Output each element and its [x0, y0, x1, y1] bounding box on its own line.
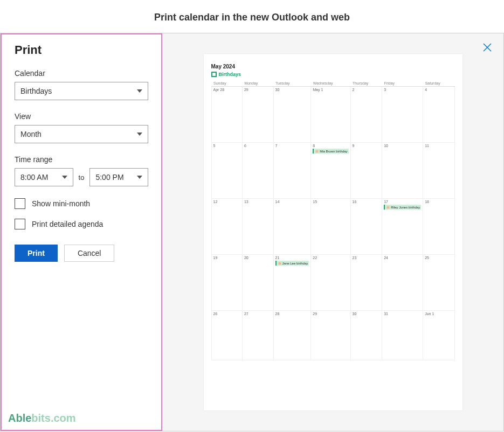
calendar-cell: 3 — [382, 87, 423, 143]
time-to-value: 5:00 PM — [95, 173, 123, 182]
preview-calendar-name: Birthdays — [219, 72, 241, 77]
mini-month-label: Show mini-month — [32, 199, 90, 208]
view-field: View Month — [15, 112, 148, 143]
calendar-cell: 29 — [311, 311, 350, 360]
birthday-event: 🎂Jane Lee birthday — [275, 261, 309, 266]
button-row: Print Cancel — [15, 245, 148, 262]
day-header: Sunday — [211, 80, 242, 87]
print-button[interactable]: Print — [15, 245, 58, 262]
calendar-cell: 30 — [273, 87, 311, 143]
event-label: Riley Jones birthday — [391, 206, 420, 209]
chevron-down-icon — [137, 133, 142, 136]
chevron-down-icon — [137, 89, 142, 93]
detailed-agenda-checkbox[interactable] — [15, 219, 25, 229]
calendar-cell: 22 — [311, 255, 350, 311]
day-header: Monday — [242, 80, 273, 87]
calendar-cell: 24 — [382, 255, 423, 311]
calendar-select-value: Birthdays — [20, 87, 52, 95]
time-to-word: to — [79, 173, 85, 182]
birthday-event: 🎂Mia Brown birthday — [313, 149, 348, 154]
day-header: Friday — [382, 80, 423, 87]
calendar-cell: 17🎂Riley Jones birthday — [382, 199, 423, 255]
day-header: Wednesday — [311, 80, 350, 87]
calendar-cell: 6 — [242, 143, 273, 199]
calendar-cell: 16 — [350, 199, 382, 255]
detailed-agenda-row: Print detailed agenda — [15, 219, 148, 229]
calendar-cell: May 1 — [311, 87, 350, 143]
calendar-cell: 25 — [423, 255, 454, 311]
time-to-select[interactable]: 5:00 PM — [89, 168, 148, 186]
calendar-cell: 4 — [423, 87, 454, 143]
time-from-select[interactable]: 8:00 AM — [15, 168, 73, 186]
mini-month-row: Show mini-month — [15, 198, 148, 209]
detailed-agenda-label: Print detailed agenda — [32, 220, 103, 228]
calendar-cell: 5 — [211, 143, 242, 199]
calendar-cell: Jun 1 — [423, 311, 454, 360]
calendar-cell: 30 — [350, 311, 382, 360]
preview-calendar-row: Birthdays — [211, 72, 455, 77]
cancel-button[interactable]: Cancel — [64, 245, 115, 262]
calendar-cell: 9 — [350, 143, 382, 199]
calendar-cell: 20 — [242, 255, 273, 311]
calendar-cell: 28 — [273, 311, 311, 360]
calendar-preview-page: May 2024 Birthdays SundayMondayTuesdayWe… — [204, 54, 462, 410]
time-range-field: Time range 8:00 AM to 5:00 PM — [15, 155, 148, 186]
content-row: Print Calendar Birthdays View Month Time… — [0, 33, 504, 431]
time-range-label: Time range — [15, 155, 148, 164]
calendar-icon — [211, 72, 217, 77]
calendar-cell: 29 — [242, 87, 273, 143]
ablebits-logo: Ablebits.com — [8, 412, 76, 424]
day-header: Tuesday — [273, 80, 311, 87]
close-icon — [483, 43, 492, 52]
birthday-event: 🎂Riley Jones birthday — [384, 205, 421, 210]
time-from-value: 8:00 AM — [20, 173, 48, 182]
chevron-down-icon — [137, 176, 142, 179]
view-select-value: Month — [20, 130, 42, 138]
cake-icon: 🎂 — [386, 205, 390, 209]
logo-suffix: .com — [51, 412, 76, 424]
calendar-field: Calendar Birthdays — [15, 69, 148, 100]
chevron-down-icon — [62, 176, 67, 179]
calendar-cell: 2 — [350, 87, 382, 143]
calendar-cell: 23 — [350, 255, 382, 311]
calendar-cell: 12 — [211, 199, 242, 255]
event-label: Jane Lee birthday — [282, 262, 308, 265]
calendar-cell: 19 — [211, 255, 242, 311]
mini-month-checkbox[interactable] — [15, 198, 25, 209]
calendar-cell: 8🎂Mia Brown birthday — [311, 143, 350, 199]
calendar-cell: Apr 28 — [211, 87, 242, 143]
preview-month-title: May 2024 — [211, 64, 455, 69]
cake-icon: 🎂 — [315, 149, 319, 153]
logo-part2: bits — [31, 412, 51, 424]
calendar-cell: 11 — [423, 143, 454, 199]
print-heading: Print — [15, 43, 148, 57]
calendar-cell: 7 — [273, 143, 311, 199]
calendar-cell: 27 — [242, 311, 273, 360]
calendar-select[interactable]: Birthdays — [15, 82, 148, 100]
logo-part1: Able — [8, 412, 31, 424]
calendar-cell: 14 — [273, 199, 311, 255]
close-button[interactable] — [483, 43, 492, 54]
calendar-cell: 26 — [211, 311, 242, 360]
calendar-cell: 15 — [311, 199, 350, 255]
page-title: Print calendar in the new Outlook and we… — [0, 0, 504, 33]
calendar-label: Calendar — [15, 69, 148, 78]
day-header: Thursday — [350, 80, 382, 87]
calendar-cell: 18 — [423, 199, 454, 255]
preview-area: May 2024 Birthdays SundayMondayTuesdayWe… — [162, 33, 503, 431]
calendar-cell: 31 — [382, 311, 423, 360]
calendar-grid: SundayMondayTuesdayWednesdayThursdayFrid… — [211, 80, 455, 360]
view-label: View — [15, 112, 148, 121]
calendar-cell: 21🎂Jane Lee birthday — [273, 255, 311, 311]
calendar-cell: 10 — [382, 143, 423, 199]
calendar-cell: 13 — [242, 199, 273, 255]
day-header: Saturday — [423, 80, 454, 87]
view-select[interactable]: Month — [15, 125, 148, 143]
event-label: Mia Brown birthday — [320, 150, 347, 153]
cake-icon: 🎂 — [278, 261, 281, 265]
print-panel: Print Calendar Birthdays View Month Time… — [1, 33, 162, 431]
